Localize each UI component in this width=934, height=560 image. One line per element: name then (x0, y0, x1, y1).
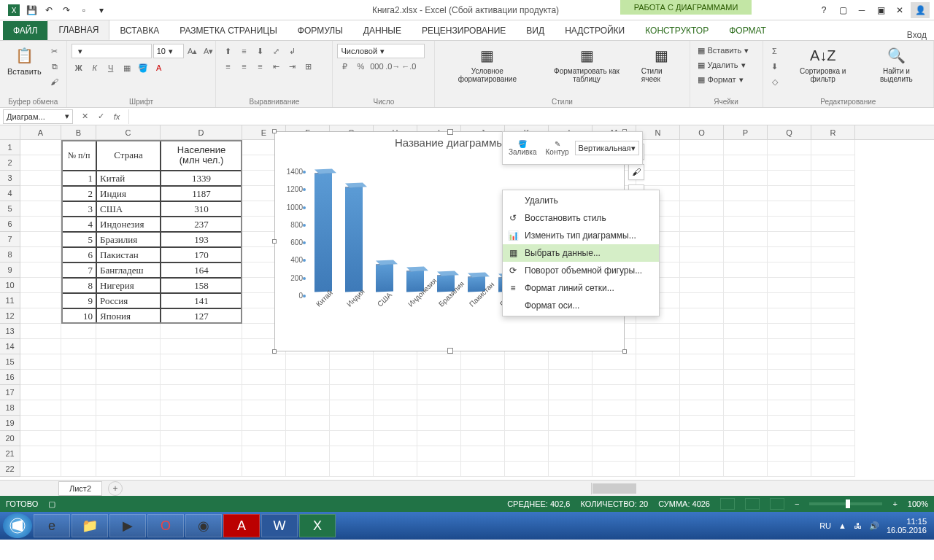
table-pop-0[interactable]: 1339 (161, 171, 242, 186)
bar-1[interactable] (345, 186, 363, 292)
ribbon-options-icon[interactable]: ▢ (835, 2, 851, 18)
font-family-select[interactable]: ▾ (72, 44, 152, 58)
sheet-tab-active[interactable]: Лист2 (58, 481, 102, 496)
col-header-B[interactable]: B (61, 125, 96, 139)
col-header-P[interactable]: P (724, 125, 768, 139)
table-country-2[interactable]: США (96, 201, 161, 217)
row-header-1[interactable]: 1 (0, 140, 20, 155)
save-icon[interactable]: 💾 (23, 2, 39, 18)
minimize-icon[interactable]: ─ (854, 2, 870, 18)
ctx-delete[interactable]: Удалить (503, 192, 659, 209)
row-header-13[interactable]: 13 (0, 324, 20, 339)
table-num-0[interactable]: 1 (61, 171, 96, 186)
row-header-16[interactable]: 16 (0, 370, 20, 385)
taskbar-word[interactable]: W (261, 514, 298, 537)
table-country-3[interactable]: Индонезия (96, 217, 161, 232)
align-middle-icon[interactable]: ≡ (236, 44, 251, 58)
table-country-4[interactable]: Бразилия (96, 232, 161, 247)
row-header-2[interactable]: 2 (0, 155, 20, 171)
tab-formulas[interactable]: ФОРМУЛЫ (287, 21, 353, 40)
delete-cells-button[interactable]: ▦ Удалить ▾ (695, 58, 749, 71)
row-header-3[interactable]: 3 (0, 171, 20, 186)
table-country-9[interactable]: Япония (96, 308, 161, 324)
undo-icon[interactable]: ↶ (41, 2, 57, 18)
table-pop-2[interactable]: 310 (161, 201, 242, 217)
table-num-8[interactable]: 9 (61, 293, 96, 308)
decrease-font-icon[interactable]: A▾ (201, 44, 216, 58)
copy-icon[interactable]: ⧉ (47, 59, 62, 74)
formula-input[interactable] (128, 109, 934, 124)
tab-review[interactable]: РЕЦЕНЗИРОВАНИЕ (412, 21, 516, 40)
table-country-8[interactable]: Россия (96, 293, 161, 308)
row-header-6[interactable]: 6 (0, 217, 20, 232)
taskbar-adobe[interactable]: A (223, 514, 260, 537)
insert-cells-button[interactable]: ▦ Вставить ▾ (695, 44, 752, 57)
row-header-11[interactable]: 11 (0, 293, 20, 308)
horizontal-scrollbar[interactable] (591, 483, 934, 494)
align-bottom-icon[interactable]: ⬇ (252, 44, 267, 58)
table-pop-7[interactable]: 158 (161, 278, 242, 293)
row-header-10[interactable]: 10 (0, 278, 20, 293)
zoom-in-button[interactable]: + (892, 499, 897, 508)
table-country-6[interactable]: Бангладеш (96, 262, 161, 278)
decrease-decimal-icon[interactable]: ←.0 (401, 59, 416, 74)
tray-flag-icon[interactable]: ▲ (838, 521, 846, 530)
ctx-format-axis[interactable]: Формат оси... (503, 297, 659, 314)
fill-icon[interactable]: ⬇ (768, 59, 782, 74)
font-color-icon[interactable]: A (152, 61, 166, 75)
col-header-N[interactable]: N (636, 125, 680, 139)
row-header-8[interactable]: 8 (0, 247, 20, 262)
fill-color-icon[interactable]: 🪣 (136, 61, 150, 75)
mini-fill-button[interactable]: 🪣Заливка (506, 139, 540, 158)
excel-icon[interactable]: X (6, 2, 22, 18)
row-header-5[interactable]: 5 (0, 201, 20, 217)
border-icon[interactable]: ▦ (120, 61, 134, 75)
table-pop-5[interactable]: 170 (161, 247, 242, 262)
table-num-1[interactable]: 2 (61, 186, 96, 201)
table-pop-1[interactable]: 1187 (161, 186, 242, 201)
format-as-table-button[interactable]: ▦Форматировать как таблицу (538, 44, 636, 85)
row-header-19[interactable]: 19 (0, 416, 20, 431)
tab-view[interactable]: ВИД (516, 21, 555, 40)
signin-link[interactable]: Вход (907, 30, 934, 40)
col-header-Q[interactable]: Q (768, 125, 811, 139)
tab-home[interactable]: ГЛАВНАЯ (47, 20, 109, 40)
table-country-0[interactable]: Китай (96, 171, 161, 186)
align-left-icon[interactable]: ≡ (220, 59, 235, 74)
currency-icon[interactable]: ₽ (337, 59, 352, 74)
redo-icon[interactable]: ↷ (58, 2, 74, 18)
zoom-level[interactable]: 100% (908, 499, 928, 508)
bold-button[interactable]: Ж (72, 61, 86, 75)
user-icon[interactable]: 👤 (911, 2, 930, 18)
row-header-9[interactable]: 9 (0, 262, 20, 278)
increase-decimal-icon[interactable]: .0→ (385, 59, 400, 74)
zoom-slider[interactable] (809, 502, 882, 505)
tab-file[interactable]: ФАЙЛ (3, 21, 47, 40)
align-top-icon[interactable]: ⬆ (220, 44, 235, 58)
clear-icon[interactable]: ◇ (768, 74, 782, 89)
help-icon[interactable]: ? (816, 2, 832, 18)
ctx-reset-style[interactable]: ↺Восстановить стиль (503, 209, 659, 227)
chart-styles-button[interactable]: 🖌 (628, 164, 644, 180)
conditional-formatting-button[interactable]: ▦Условное форматирование (439, 44, 535, 85)
italic-button[interactable]: К (88, 61, 102, 75)
tab-insert[interactable]: ВСТАВКА (109, 21, 169, 40)
table-num-4[interactable]: 5 (61, 232, 96, 247)
ctx-3d-rotation[interactable]: ⟳Поворот объемной фигуры... (503, 262, 659, 279)
macro-record-icon[interactable]: ▢ (48, 499, 55, 509)
tab-page-layout[interactable]: РАЗМЕТКА СТРАНИЦЫ (169, 21, 287, 40)
mini-outline-button[interactable]: ✎Контур (543, 139, 572, 158)
format-painter-icon[interactable]: 🖌 (47, 74, 62, 89)
tab-addins[interactable]: НАДСТРОЙКИ (555, 21, 635, 40)
row-header-12[interactable]: 12 (0, 308, 20, 324)
increase-indent-icon[interactable]: ⇥ (285, 59, 299, 74)
col-header-A[interactable]: A (20, 125, 61, 139)
col-header-D[interactable]: D (161, 125, 242, 139)
col-header-R[interactable]: R (811, 125, 855, 139)
cut-icon[interactable]: ✂ (47, 44, 62, 58)
percent-icon[interactable]: % (353, 59, 368, 74)
format-cells-button[interactable]: ▦ Формат ▾ (695, 73, 746, 86)
find-select-button[interactable]: 🔍Найти и выделить (864, 44, 929, 85)
ctx-change-chart-type[interactable]: 📊Изменить тип диаграммы... (503, 227, 659, 244)
table-country-7[interactable]: Нигерия (96, 278, 161, 293)
